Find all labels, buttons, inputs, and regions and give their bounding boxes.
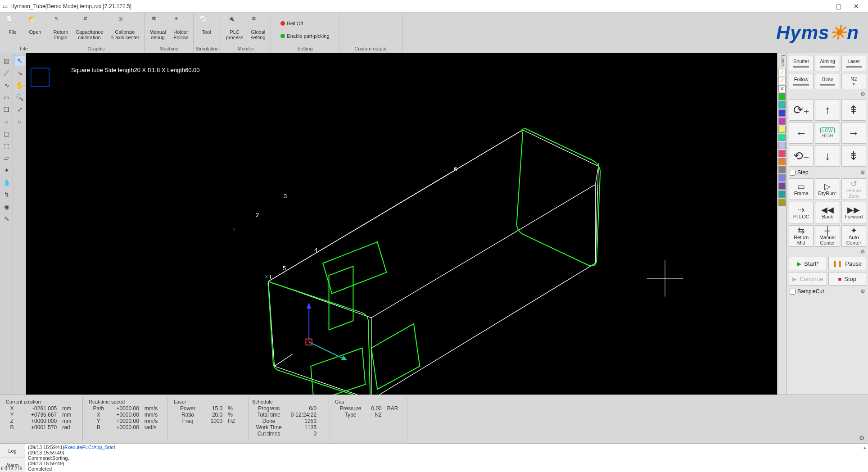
layer-swatch[interactable]: [778, 174, 786, 182]
layer-swatch[interactable]: [778, 199, 786, 206]
layer-swatch[interactable]: [778, 118, 786, 125]
manual-debug-label: Manual debug: [149, 29, 166, 40]
poly-icon[interactable]: ▱: [1, 152, 12, 163]
shutter-button[interactable]: Shutter: [789, 55, 814, 71]
layer-swatch[interactable]: ✓: [778, 69, 786, 76]
jog-reset-button[interactable]: ⟲₋: [789, 145, 814, 167]
aiming-button[interactable]: Aiming: [815, 55, 840, 71]
layer-swatch[interactable]: [778, 158, 786, 165]
rects-icon[interactable]: ❏: [1, 104, 12, 115]
jog-left-button[interactable]: ←: [789, 122, 814, 144]
manual-debug-button[interactable]: 🛠Manual debug: [146, 14, 169, 45]
rect-icon[interactable]: ▭: [1, 91, 12, 103]
auto-center-button[interactable]: ✦Auto Center: [841, 225, 866, 247]
open-button[interactable]: 📂Open: [24, 14, 46, 45]
target-icon[interactable]: ◉: [1, 201, 12, 212]
grid-icon[interactable]: ▦: [1, 55, 12, 66]
return-mid-button[interactable]: ⇆Return Mid: [789, 225, 814, 247]
layer-swatch[interactable]: [778, 166, 786, 173]
frame-button[interactable]: ▭Frame: [789, 178, 814, 200]
step-input[interactable]: [790, 170, 796, 176]
dot-icon[interactable]: ○: [14, 116, 25, 127]
pen-icon[interactable]: ✎: [1, 213, 12, 224]
speed-toggle-button[interactable]: LOWHIGH: [815, 122, 840, 144]
jog-up-button[interactable]: ↑: [815, 99, 840, 121]
layer-swatch[interactable]: [778, 142, 786, 149]
z-up-button[interactable]: ⇞: [841, 99, 866, 121]
layer-swatch[interactable]: [778, 191, 786, 198]
rect2-icon[interactable]: ▢: [1, 128, 12, 139]
log-tab[interactable]: Log: [0, 444, 25, 458]
line-icon[interactable]: ／: [1, 67, 12, 78]
window-close[interactable]: ✕: [847, 0, 865, 12]
part-picking-button[interactable]: Enable part-picking: [276, 31, 333, 41]
layer-swatch[interactable]: [778, 101, 786, 109]
manual-center-button[interactable]: ┼Manual Center: [815, 225, 840, 247]
zoom-icon[interactable]: 🔍: [14, 91, 25, 103]
tool-button[interactable]: 📈Tool: [195, 14, 217, 45]
toggle-cog[interactable]: ⚙: [789, 91, 866, 97]
ribbon: 📄File 📂Open File ↖Return Origin ⇵Capacit…: [0, 13, 868, 53]
fit-icon[interactable]: ⤢: [14, 104, 25, 115]
hand-icon[interactable]: ✋: [14, 79, 25, 91]
stop-button[interactable]: ■Stop: [828, 272, 867, 286]
global-button[interactable]: ⚙Global setting: [247, 14, 269, 45]
plc-button[interactable]: 🔌PLC process: [223, 14, 247, 45]
axis-x-label: X: [265, 274, 268, 279]
canvas[interactable]: Square tube Side length20 X R1.8 X Lengt…: [26, 53, 777, 395]
layer-swatch[interactable]: [778, 109, 786, 117]
circle-icon[interactable]: ○: [1, 116, 12, 127]
bolt-icon[interactable]: ↯: [1, 189, 12, 200]
jog-home-button[interactable]: ⟳₊: [789, 99, 814, 121]
layer-swatch[interactable]: [778, 182, 786, 190]
dryrun-button[interactable]: ▷DryRun*: [815, 178, 840, 200]
layer-swatch[interactable]: ✓: [778, 77, 786, 84]
holder-follow-button[interactable]: ✴Holder Follow: [170, 14, 191, 45]
return-origin-icon: ↖: [54, 16, 67, 28]
log-content[interactable]: (09/13 15:59:41)ExecutePLC:App_Start(09/…: [25, 444, 868, 472]
n2-button[interactable]: N2▼: [841, 73, 866, 89]
return-origin-button[interactable]: ↖Return Origin: [50, 14, 72, 45]
cap-cal-button[interactable]: ⇵Capacitance calibration: [72, 14, 106, 45]
run-cog[interactable]: ⚙: [789, 249, 866, 255]
drop-icon[interactable]: 💧: [1, 177, 12, 188]
jog-cog[interactable]: ⚙: [859, 169, 866, 176]
layer-swatch[interactable]: [778, 126, 786, 133]
step-checkbox[interactable]: Step: [789, 168, 809, 177]
bell-off-button[interactable]: Bell Off: [276, 18, 333, 28]
laser-button[interactable]: Laser: [841, 55, 866, 71]
start-button[interactable]: ▶Start*: [789, 257, 827, 270]
blow-button[interactable]: Blow: [815, 73, 840, 89]
star-icon[interactable]: ✦: [1, 164, 12, 176]
cal-baxis-button[interactable]: ◎Calibrate B-axis center: [107, 14, 142, 45]
continue-button[interactable]: ▶Continue: [789, 272, 827, 286]
log-scroll-up[interactable]: ▴: [863, 445, 866, 450]
selbox-icon[interactable]: ⬚: [1, 140, 12, 151]
play-cog[interactable]: ⚙: [859, 288, 866, 295]
follow-label: Follow: [794, 77, 809, 82]
node-icon[interactable]: ↘: [14, 67, 25, 78]
ptloc-button[interactable]: ⇢Pt LOC: [789, 202, 814, 223]
pause-button[interactable]: ❚❚Pause: [828, 257, 867, 270]
status-row-item: B+0001.570rad: [6, 424, 79, 431]
jog-right-button[interactable]: →: [841, 122, 866, 144]
status-cog[interactable]: ⚙: [857, 397, 866, 441]
layer-swatch[interactable]: [778, 134, 786, 141]
layer-swatch[interactable]: [778, 150, 786, 157]
z-down-button[interactable]: ⇟: [841, 145, 866, 167]
samplecut-input[interactable]: [790, 289, 796, 295]
follow-button[interactable]: Follow: [789, 73, 814, 89]
cursor-icon[interactable]: ↖: [14, 55, 25, 66]
window-maximize[interactable]: ▢: [829, 0, 847, 12]
samplecut-checkbox[interactable]: SampleCut: [789, 287, 825, 295]
back-button[interactable]: ◀◀Back: [815, 202, 840, 223]
curve-icon[interactable]: ∿: [1, 79, 12, 91]
forward-button[interactable]: ▶▶Forward: [841, 202, 866, 223]
window-minimize[interactable]: —: [811, 0, 829, 12]
jog-down-button[interactable]: ↓: [815, 145, 840, 167]
return-origin-label: Return Origin: [53, 29, 68, 40]
return-zero-button[interactable]: ↺Return Zero: [841, 178, 866, 200]
layer-swatch[interactable]: [778, 93, 786, 100]
layer-swatch[interactable]: ✕: [778, 85, 786, 92]
file-button[interactable]: 📄File: [2, 14, 23, 45]
